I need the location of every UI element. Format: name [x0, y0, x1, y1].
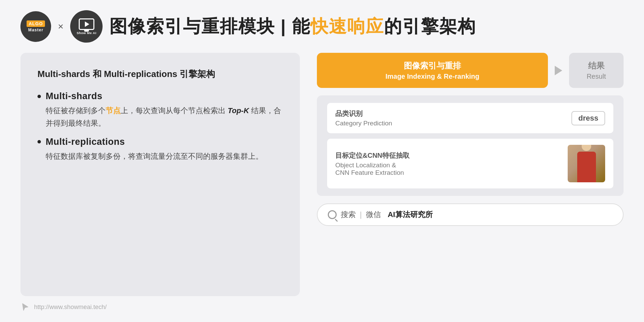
search-platform: 微信: [366, 210, 381, 220]
search-bar-container: 搜索 | 微信 AI算法研究所: [317, 203, 624, 226]
bullet-dot-2: [37, 140, 41, 143]
card-category: 品类识别 Category Prediction dress: [327, 103, 613, 133]
footer: http://www.showmeai.tech/: [20, 302, 624, 312]
result-box: 结果 Result: [569, 53, 624, 88]
arrow-icon: [555, 66, 562, 75]
main-container: ALGO Master × Show Me AI 图像索引与重排模块 | 能快速…: [0, 0, 644, 322]
master-text: Master: [28, 28, 44, 32]
search-bar[interactable]: 搜索 | 微信 AI算法研究所: [317, 203, 624, 226]
title-prefix: 图像索引与重排模块 | 能: [109, 16, 310, 36]
card2-en1: Object Localization & CNN Feature Extrac…: [335, 162, 562, 177]
algo-master-logo: ALGO Master: [20, 11, 51, 42]
bullet-title-1: Multi-shards: [46, 91, 103, 102]
title-highlight: 快速响应: [310, 16, 384, 36]
bullet-item-multishards: Multi-shards 特征被存储到多个节点上，每次查询从每个节点检索出 To…: [37, 91, 283, 130]
showme-logo: Show Me AI: [70, 10, 103, 43]
bullet-item-multireplications: Multi-replications 特征数据库被复制多份，将查询流量分流至不同…: [37, 137, 283, 163]
search-divider: |: [360, 210, 362, 219]
card-localization: 目标定位&CNN特征抽取 Object Localization & CNN F…: [327, 139, 613, 188]
search-label: 搜索: [341, 210, 356, 220]
bullet-desc-2: 特征数据库被复制多份，将查询流量分流至不同的服务器集群上。: [37, 150, 283, 163]
result-zh: 结果: [579, 60, 613, 71]
indexing-zh: 图像索引与重排: [331, 60, 534, 71]
indexing-box: 图像索引与重排 Image Indexing & Re-ranking: [317, 53, 548, 88]
logo-separator: ×: [58, 21, 63, 32]
content-area: Multi-shards 和 Multi-replications 引擎架构 M…: [20, 53, 624, 296]
topk-text: Top-K: [228, 106, 249, 115]
page-title: 图像索引与重排模块 | 能快速响应的引擎架构: [109, 15, 476, 39]
person-silhouette: [568, 145, 605, 182]
footer-url: http://www.showmeai.tech/: [34, 304, 107, 311]
top-row: 图像索引与重排 Image Indexing & Re-ranking 结果 R…: [317, 53, 624, 88]
bullet-dot-1: [37, 95, 41, 98]
header: ALGO Master × Show Me AI 图像索引与重排模块 | 能快速…: [20, 10, 624, 43]
bullet-desc-1: 特征被存储到多个节点上，每次查询从每个节点检索出 Top-K 结果，合并得到最终…: [37, 104, 283, 130]
indexing-en: Image Indexing & Re-ranking: [331, 73, 534, 80]
cursor-icon: [20, 302, 30, 312]
card1-result: dress: [571, 111, 605, 125]
result-en: Result: [579, 73, 613, 80]
person-image: [568, 145, 605, 182]
monitor-icon: [79, 18, 94, 30]
cards-area: 品类识别 Category Prediction dress 目标定位&CNN特…: [317, 95, 624, 196]
title-suffix: 的引擎架构: [384, 16, 476, 36]
bullet-title-2: Multi-replications: [46, 137, 125, 147]
bullet-header-2: Multi-replications: [37, 137, 283, 147]
card1-en: Category Prediction: [335, 120, 566, 127]
card1-content: 品类识别 Category Prediction: [335, 109, 566, 127]
search-icon: [328, 210, 337, 219]
bullet-section: Multi-shards 特征被存储到多个节点上，每次查询从每个节点检索出 To…: [37, 91, 283, 163]
play-icon: [85, 21, 89, 27]
left-panel: Multi-shards 和 Multi-replications 引擎架构 M…: [20, 53, 300, 296]
algo-text: ALGO: [27, 20, 45, 27]
right-panel: 图像索引与重排 Image Indexing & Re-ranking 结果 R…: [317, 53, 624, 296]
card2-content: 目标定位&CNN特征抽取 Object Localization & CNN F…: [335, 151, 562, 177]
section-title: Multi-shards 和 Multi-replications 引擎架构: [37, 68, 283, 80]
node-highlight: 节点: [106, 106, 121, 115]
person-head: [582, 145, 591, 151]
search-account: AI算法研究所: [388, 210, 433, 220]
card1-zh: 品类识别: [335, 109, 566, 118]
bullet-header-1: Multi-shards: [37, 91, 283, 102]
card2-zh: 目标定位&CNN特征抽取: [335, 151, 562, 160]
person-figure: [577, 152, 596, 182]
